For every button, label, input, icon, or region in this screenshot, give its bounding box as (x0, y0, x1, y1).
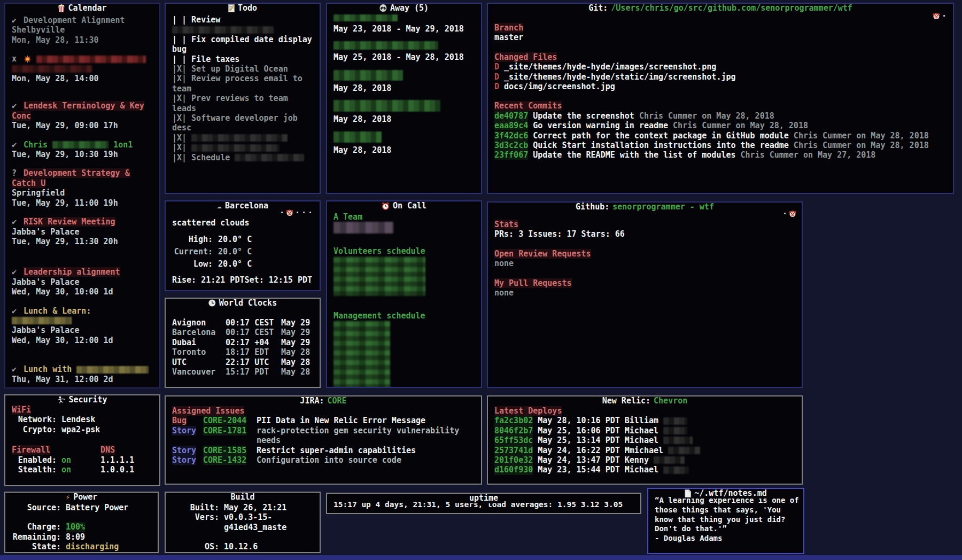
todo-item: | |Fix compiled date display bug (172, 35, 315, 55)
commit-meta: Chris Cummer on May 28, 2018 (794, 141, 929, 150)
alien-icon (379, 4, 387, 12)
wifi-crypto-row: Crypto:wpa2-psk (12, 425, 155, 434)
redacted-text (191, 134, 288, 142)
todo-text: Software developer job desc (172, 113, 298, 133)
calendar-event: ✔Leadership alignment Jabba's Palace Wed… (12, 267, 155, 297)
panel-build-title: Build (227, 492, 258, 502)
github-pulls-header: My Pull Requests (494, 278, 572, 288)
event-check: ✔ (12, 140, 20, 150)
state-value: discharging (66, 542, 119, 551)
redacted-text (191, 144, 280, 152)
temp-label: Current: (172, 246, 213, 258)
event-title: Development Strategy & Catch U (12, 168, 130, 188)
git-file-path: _site/themes/hyde-hyde/static/img/screen… (504, 72, 735, 82)
weather-temp-row: High:20.0° C (172, 234, 315, 246)
panel-git: Git: /Users/chris/go/src/github.com/seno… (487, 3, 954, 194)
redacted-text (333, 321, 390, 388)
temp-value: 20.0° C (218, 246, 252, 258)
panel-title-text: Security (68, 395, 107, 405)
deploy-hash: fa2c3b02 (494, 416, 533, 425)
todo-checkbox: |X| (172, 153, 187, 162)
commit-hash: de40787 (494, 111, 528, 121)
panel-security: Security WiFi Network:Lendesk Crypto:wpa… (4, 394, 160, 486)
todo-checkbox: |X| (172, 74, 187, 83)
panel-away: Away (5) May 23, 2018 - May 29, 2018 May… (326, 3, 482, 194)
clock-row: Avignon00:17 CESTMay 29 (172, 318, 315, 328)
redacted-text (654, 456, 685, 464)
deploy-name: Mmichael (625, 446, 663, 455)
todo-text: Fix compiled date display bug (172, 35, 312, 54)
event-date: Wed, May 30, 10:00 1d (12, 287, 155, 297)
firewall-row-value: on (61, 465, 71, 475)
github-reviews-header: Open Review Requests (494, 249, 591, 259)
panel-jira: JIRA: CORE Assigned Issues BugCORE-2044P… (165, 395, 482, 485)
deploy-hash: 65ff53dc (494, 435, 533, 445)
event-check: ✔ (12, 217, 20, 227)
todo-item: |X|Prev reviews to team leads (172, 94, 315, 113)
event-check: ? (12, 168, 20, 178)
panel-todo-title: Todo (224, 3, 261, 13)
git-repo-path: /Users/chris/go/src/github.com/senorprog… (611, 3, 852, 13)
event-title: RISK Review Meeting (24, 217, 115, 227)
issue-key: CORE-1585 (203, 446, 246, 455)
state-label: State: (12, 542, 61, 551)
event-title: Chris (24, 140, 48, 150)
panel-weather-title: ☁ Barcelona (213, 200, 272, 211)
away-dates: May 25, 2018 - May 28, 2018 (333, 52, 477, 62)
deploy-hash: d160f930 (494, 465, 533, 475)
commit-message: Correct path for the context package in … (533, 131, 789, 141)
event-title: Leadership alignment (24, 267, 120, 277)
away-dates: May 28, 2018 (333, 114, 477, 124)
deploy-date: May 25, 13:14 PDT (538, 435, 620, 445)
charge-label: Charge: (12, 522, 61, 532)
clock-city: Avignon (172, 318, 226, 328)
todo-text: Review process email to team (172, 74, 302, 93)
spinner-dots: ··· (295, 208, 314, 217)
notes-quote: “A learning experience is one of those t… (655, 496, 799, 534)
os-label: OS: (172, 542, 219, 551)
redacted-text (333, 131, 382, 143)
redacted-text (172, 26, 274, 34)
todo-item: |X| (172, 133, 315, 143)
window-edge (0, 555, 962, 560)
power-charge-row: Charge:100% (12, 522, 153, 532)
away-entry: May 28, 2018 (333, 100, 477, 124)
os-value: 10.12.6 (224, 542, 258, 551)
github-stats-values: PRs: 3 Issues: 17 Stars: 66 (494, 229, 797, 239)
redacted-text (663, 417, 687, 425)
deploy-name: Michael (625, 465, 658, 475)
away-dates: May 28, 2018 (333, 83, 477, 93)
power-state-row: State:discharging (12, 542, 153, 551)
redacted-text (333, 14, 398, 21)
git-commits-section: Recent Commits de40787Update the screens… (494, 101, 949, 160)
panel-oncall-title: On Call (378, 200, 430, 211)
redacted-text (663, 437, 693, 444)
todo-item: |X|Schedule (172, 153, 315, 162)
jira-header: Assigned Issues (172, 406, 244, 416)
wtf-terminal-dashboard: Calendar ✔Development Alignment Shelbyvi… (0, 0, 962, 560)
git-commit-row: 3d3c2cbQuick Start installation instruct… (494, 141, 949, 150)
commit-meta: Chris Cummer on May 27, 2018 (741, 150, 876, 160)
panel-away-title: Away (5) (376, 3, 432, 13)
event-date: Tue, May 29, 10:30 19h (12, 150, 155, 159)
panel-title-text: uptime (469, 493, 498, 503)
clock-row: Toronto18:17 EDTMay 28 (172, 347, 315, 357)
deploy-date: May 28, 10:16 PDT (538, 416, 620, 425)
clock-date: May 28 (281, 367, 310, 377)
alarm-clock-icon (382, 202, 390, 210)
weather-condition: scattered clouds (172, 218, 315, 228)
github-stats-header: Stats (494, 220, 518, 229)
power-remaining-row: Remaining:8:09 (12, 532, 153, 542)
commit-message: Update the README with the list of modul… (533, 150, 735, 160)
github-spinner: · (782, 209, 796, 219)
commit-hash: 3f42dc6 (494, 131, 528, 141)
todo-checkbox: |X| (172, 133, 187, 143)
deploy-row: 65ff53dcMay 25, 13:14 PDTMichael (494, 435, 797, 445)
todo-item: | |Review (172, 15, 315, 35)
redacted-text (12, 317, 72, 324)
newrelic-app-name: Chevron (654, 396, 687, 406)
git-branch-name: master (494, 33, 949, 42)
away-entry: May 23, 2018 - May 29, 2018 (333, 14, 477, 34)
redacted-text (663, 427, 687, 434)
weather-temp-row: Current:20.0° C (172, 246, 315, 258)
